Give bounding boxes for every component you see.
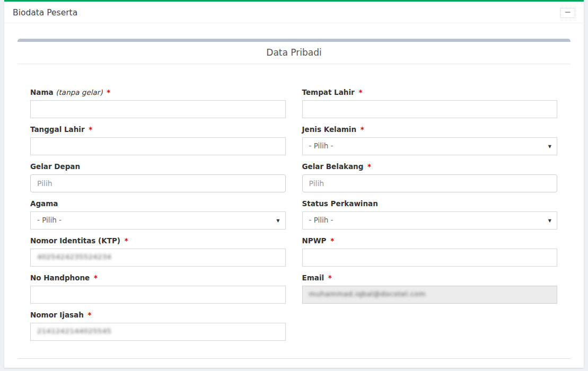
biodata-card: Biodata Peserta − Data Pribadi Nama (tan… xyxy=(4,0,584,368)
ktp-input[interactable]: 4025424235524234 xyxy=(30,249,286,267)
agama-label: Agama xyxy=(30,199,286,208)
form-grid: Nama (tanpa gelar) * Tempat Lahir * xyxy=(30,88,557,348)
status-perkawinan-selected-value: - Pilih - xyxy=(309,216,334,224)
tanggal-lahir-input[interactable] xyxy=(30,137,286,155)
status-perkawinan-label: Status Perkawinan xyxy=(302,199,558,208)
section-header: Data Pribadi xyxy=(17,42,571,64)
email-label: Email * xyxy=(302,273,558,282)
no-handphone-input[interactable] xyxy=(30,286,286,304)
required-asterisk: * xyxy=(328,273,332,282)
required-asterisk: * xyxy=(88,311,92,319)
ktp-label-text: Nomor Identitas (KTP) xyxy=(30,236,120,245)
field-no-handphone: No Handphone * xyxy=(30,273,286,304)
tanggal-lahir-label-text: Tanggal Lahir xyxy=(30,125,85,134)
agama-label-text: Agama xyxy=(30,199,58,208)
no-handphone-label-text: No Handphone xyxy=(30,273,90,282)
card-title: Biodata Peserta xyxy=(13,8,77,17)
status-perkawinan-select[interactable]: - Pilih - ▼ xyxy=(302,211,558,229)
dropdown-arrow-icon: ▼ xyxy=(548,218,551,223)
jenis-kelamin-label: Jenis Kelamin * xyxy=(302,125,558,134)
field-email: Email * muhammad.iqbal@docotel.com xyxy=(302,273,558,304)
nomor-ijasah-label: Nomor Ijasah * xyxy=(30,311,286,319)
nomor-ijasah-label-text: Nomor Ijasah xyxy=(30,311,84,319)
nomor-ijasah-input[interactable]: 2141242144025545 xyxy=(30,323,286,341)
jenis-kelamin-select[interactable]: - Pilih - ▼ xyxy=(302,137,558,155)
required-asterisk: * xyxy=(361,125,364,134)
ktp-label: Nomor Identitas (KTP) * xyxy=(30,236,286,245)
gelar-belakang-input[interactable] xyxy=(302,174,558,192)
required-asterisk: * xyxy=(107,88,110,96)
npwp-label-text: NPWP xyxy=(302,236,327,245)
field-gelar-belakang: Gelar Belakang * xyxy=(302,162,558,192)
field-nama: Nama (tanpa gelar) * xyxy=(30,88,286,118)
form-area: Nama (tanpa gelar) * Tempat Lahir * xyxy=(17,64,571,358)
required-asterisk: * xyxy=(125,236,128,245)
collapse-minus-icon[interactable]: − xyxy=(560,8,575,18)
required-asterisk: * xyxy=(330,236,334,245)
npwp-input[interactable] xyxy=(302,249,558,267)
field-ktp: Nomor Identitas (KTP) * 4025424235524234 xyxy=(30,236,286,267)
no-handphone-label: No Handphone * xyxy=(30,273,286,282)
wizard-panel: Data Pribadi Nama (tanpa gelar) * xyxy=(17,39,571,359)
tempat-lahir-label: Tempat Lahir * xyxy=(302,88,558,96)
tanggal-lahir-label: Tanggal Lahir * xyxy=(30,125,286,134)
field-status-perkawinan: Status Perkawinan - Pilih - ▼ xyxy=(302,199,558,229)
card-body: Data Pribadi Nama (tanpa gelar) * xyxy=(4,23,584,364)
field-npwp: NPWP * xyxy=(302,236,558,267)
email-value-redacted: muhammad.iqbal@docotel.com xyxy=(309,290,426,298)
npwp-label: NPWP * xyxy=(302,236,558,245)
field-jenis-kelamin: Jenis Kelamin * - Pilih - ▼ xyxy=(302,125,558,155)
field-agama: Agama - Pilih - ▼ xyxy=(30,199,286,229)
required-asterisk: * xyxy=(94,273,98,282)
dropdown-arrow-icon: ▼ xyxy=(548,144,551,149)
field-nomor-ijasah: Nomor Ijasah * 2141242144025545 xyxy=(30,311,286,341)
nama-label-text: Nama xyxy=(30,88,54,96)
email-label-text: Email xyxy=(302,273,324,282)
tempat-lahir-input[interactable] xyxy=(302,100,558,118)
ktp-value-redacted: 4025424235524234 xyxy=(37,253,111,261)
gelar-depan-label-text: Gelar Depan xyxy=(30,162,80,171)
field-tanggal-lahir: Tanggal Lahir * xyxy=(30,125,286,155)
required-asterisk: * xyxy=(89,125,92,134)
field-tempat-lahir: Tempat Lahir * xyxy=(302,88,558,118)
field-gelar-depan: Gelar Depan xyxy=(30,162,286,192)
tempat-lahir-label-text: Tempat Lahir xyxy=(302,88,355,96)
section-title: Data Pribadi xyxy=(266,47,321,58)
gelar-depan-input[interactable] xyxy=(30,174,286,192)
jenis-kelamin-selected-value: - Pilih - xyxy=(309,142,334,150)
required-asterisk: * xyxy=(367,162,371,171)
jenis-kelamin-label-text: Jenis Kelamin xyxy=(302,125,357,134)
gelar-depan-label: Gelar Depan xyxy=(30,162,286,171)
gelar-belakang-label: Gelar Belakang * xyxy=(302,162,558,171)
required-asterisk: * xyxy=(358,88,362,96)
empty-grid-cell xyxy=(302,311,558,348)
nama-input[interactable] xyxy=(30,100,286,118)
status-perkawinan-label-text: Status Perkawinan xyxy=(302,199,378,208)
email-input: muhammad.iqbal@docotel.com xyxy=(302,286,558,304)
nama-label-note: (tanpa gelar) xyxy=(56,88,102,96)
gelar-belakang-label-text: Gelar Belakang xyxy=(302,162,364,171)
agama-select[interactable]: - Pilih - ▼ xyxy=(30,211,286,229)
nama-label: Nama (tanpa gelar) * xyxy=(30,88,286,96)
nomor-ijasah-value-redacted: 2141242144025545 xyxy=(37,327,111,335)
card-header: Biodata Peserta − xyxy=(4,2,584,23)
dropdown-arrow-icon: ▼ xyxy=(276,218,279,223)
agama-selected-value: - Pilih - xyxy=(37,216,62,224)
